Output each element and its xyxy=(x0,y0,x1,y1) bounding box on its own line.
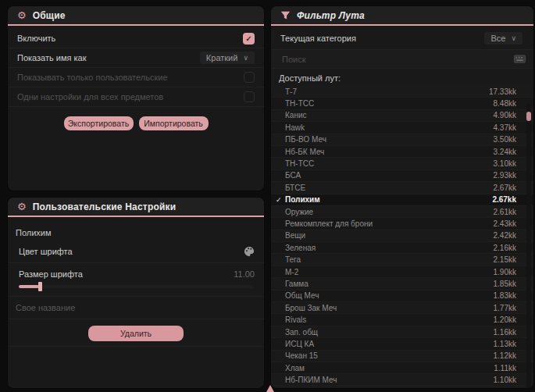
chevron-down-icon: ∨ xyxy=(243,55,248,62)
selected-item-name: Полихим xyxy=(8,220,264,242)
search-input[interactable]: Поиск xyxy=(271,49,533,69)
loot-item-name: Зап. общ xyxy=(285,328,494,337)
category-label: Текущая категория xyxy=(280,34,356,43)
enable-label: Включить xyxy=(17,34,55,43)
name-display-dropdown[interactable]: Краткий ∨ xyxy=(200,52,255,64)
export-button[interactable]: Экспортировать xyxy=(64,116,134,130)
loot-item-value: 2.67kk xyxy=(494,184,516,192)
loot-row[interactable]: Зап. общ 1.16kk xyxy=(271,326,533,338)
loot-row[interactable]: Нб-БК Меч 3.24kk xyxy=(271,146,533,158)
checkmark-icon: ✓ xyxy=(276,196,285,204)
checkmark-icon: ✓ xyxy=(245,34,251,43)
loot-list: Т-7 17.33kk ТН-ТСС 8.48kk Канис 4.90kk H… xyxy=(271,86,533,387)
loot-item-value: 3.50kk xyxy=(494,135,516,144)
loot-row[interactable]: БТСЕ 2.67kk xyxy=(271,182,533,194)
setting-row-name-display: Показать имя как Краткий ∨ xyxy=(8,48,264,68)
loot-item-value: 2.93kk xyxy=(494,171,516,180)
same-settings-label: Одни настройки для всех предметов xyxy=(17,92,163,102)
resize-grip[interactable] xyxy=(266,385,274,392)
loot-item-name: Rivals xyxy=(285,315,494,324)
loot-item-value: 1.10kk xyxy=(494,376,516,384)
loot-item-value: 2.61kk xyxy=(494,208,516,216)
custom-name-input[interactable]: Свое название xyxy=(8,298,264,317)
loot-row[interactable]: Тега 2.15kk xyxy=(271,254,533,265)
loot-item-name: Хлам xyxy=(285,364,494,372)
loot-item-value: 1.83kk xyxy=(494,291,516,300)
loot-item-value: 2.15kk xyxy=(494,255,516,264)
loot-row[interactable]: ПБ-ВО Меч 3.50kk xyxy=(271,134,533,146)
loot-row[interactable]: Общ Меч 1.83kk xyxy=(271,290,533,302)
loot-row[interactable]: Гамма 1.85kk xyxy=(271,278,533,290)
name-display-label: Показать имя как xyxy=(17,53,87,62)
slider-fill xyxy=(19,285,39,288)
loot-item-name: Общ Меч xyxy=(285,291,494,300)
export-import-row: Экспортировать Импортировать xyxy=(8,116,264,130)
loot-item-name: Т-7 xyxy=(285,87,489,96)
loot-item-name: Ремкомплект для брони xyxy=(285,219,494,228)
keyboard-icon[interactable] xyxy=(514,55,526,63)
custom-name-placeholder: Свое название xyxy=(16,303,75,312)
loot-row[interactable]: Ремкомплект для брони 2.43kk xyxy=(271,218,533,230)
loot-row[interactable]: Нб-ПКИМ Меч 1.10kk xyxy=(271,374,533,386)
loot-item-name: ПБ-ВО Меч xyxy=(285,135,494,144)
loot-row[interactable]: ТН-ТСС 3.10kk xyxy=(271,158,533,169)
category-row: Текущая категория Все ∨ xyxy=(271,29,533,48)
custom-only-checkbox[interactable] xyxy=(244,72,255,83)
loot-item-name: М-2 xyxy=(285,268,494,276)
loot-item-name: Гамма xyxy=(285,280,494,288)
gear-icon: ⚙ xyxy=(17,10,27,20)
category-value: Все xyxy=(490,34,505,43)
palette-icon[interactable] xyxy=(244,246,255,257)
slider-handle[interactable] xyxy=(38,282,42,291)
loot-row[interactable]: М-2 1.90kk xyxy=(271,266,533,278)
window-user-settings-title: Пользовательские Настройки xyxy=(33,201,177,212)
loot-item-name: Полихим xyxy=(285,195,492,204)
loot-row[interactable]: Зеленая 2.16kk xyxy=(271,242,533,254)
delete-button[interactable]: Удалить xyxy=(88,326,184,341)
loot-item-name: Чекан 15 xyxy=(285,351,494,360)
loot-item-name: ТН-ТСС xyxy=(285,99,494,108)
loot-item-name: Нб-ПКИМ Меч xyxy=(285,376,494,384)
loot-row[interactable]: ✓ Полихим 2.67kk xyxy=(271,194,533,206)
window-loot-filter-titlebar[interactable]: Фильтр Лута xyxy=(271,6,533,26)
window-general-titlebar[interactable]: ⚙ Общие xyxy=(8,6,264,26)
font-color-row: Цвет шрифта xyxy=(8,242,264,261)
same-settings-checkbox[interactable] xyxy=(244,91,255,102)
loot-row[interactable]: Чекан 15 1.12kk xyxy=(271,351,533,362)
loot-item-name: Вещи xyxy=(285,231,494,240)
loot-row[interactable]: Канис 4.90kk xyxy=(271,110,533,122)
window-user-settings: ⚙ Пользовательские Настройки Полихим Цве… xyxy=(8,198,264,388)
loot-row[interactable]: Rivals 1.20kk xyxy=(271,314,533,326)
loot-list-scrollbar[interactable] xyxy=(526,104,531,388)
font-size-value: 11.00 xyxy=(234,269,255,279)
loot-item-value: 2.42kk xyxy=(494,231,516,240)
scrollbar-thumb[interactable] xyxy=(526,112,531,121)
loot-row[interactable]: Вещи 2.42kk xyxy=(271,230,533,242)
font-size-slider[interactable] xyxy=(19,285,253,288)
loot-row[interactable]: ТН-ТСС 8.48kk xyxy=(271,98,533,109)
loot-item-value: 1.12kk xyxy=(494,351,516,360)
loot-item-value: 1.16kk xyxy=(494,328,516,337)
import-button[interactable]: Импортировать xyxy=(139,116,209,130)
loot-row[interactable]: БСА 2.93kk xyxy=(271,170,533,182)
window-loot-filter: Фильтр Лута Текущая категория Все ∨ Поис… xyxy=(271,6,533,388)
loot-item-value: 1.20kk xyxy=(494,315,516,324)
search-placeholder: Поиск xyxy=(282,55,305,64)
window-user-settings-titlebar[interactable]: ⚙ Пользовательские Настройки xyxy=(8,198,264,217)
loot-row[interactable]: Оружие 2.61kk xyxy=(271,206,533,218)
loot-item-value: 1.11kk xyxy=(494,364,516,372)
loot-row[interactable]: Т-7 17.33kk xyxy=(271,86,533,98)
loot-row[interactable]: Hawk 4.37kk xyxy=(271,122,533,134)
loot-row[interactable]: Брош Зак Меч 1.77kk xyxy=(271,302,533,314)
funnel-icon xyxy=(280,10,291,20)
loot-item-name: Брош Зак Меч xyxy=(285,304,494,312)
loot-row[interactable]: ИСЦ КА 1.13kk xyxy=(271,338,533,350)
category-dropdown[interactable]: Все ∨ xyxy=(484,32,523,45)
loot-row[interactable]: Хлам 1.11kk xyxy=(271,362,533,374)
enable-checkbox[interactable]: ✓ xyxy=(243,33,255,45)
font-size-row: Размер шрифта 11.00 xyxy=(8,265,264,283)
loot-item-name: Канис xyxy=(285,111,494,119)
loot-item-name: БСА xyxy=(285,171,494,180)
loot-item-value: 3.10kk xyxy=(494,159,516,168)
loot-item-name: БТСЕ xyxy=(285,184,494,192)
